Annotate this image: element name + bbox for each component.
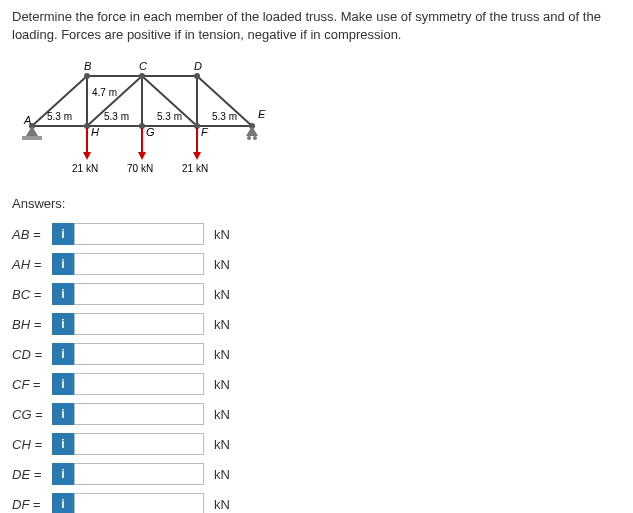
unit-label: kN [214,347,230,362]
force-input[interactable] [74,223,204,245]
unit-label: kN [214,437,230,452]
svg-text:5.3 m: 5.3 m [157,111,182,122]
svg-marker-25 [138,152,146,160]
answer-row: DF =ikN [12,493,621,513]
member-label: BC = [12,287,52,302]
svg-point-16 [194,73,200,79]
unit-label: kN [214,287,230,302]
info-icon[interactable]: i [52,223,74,245]
force-input[interactable] [74,463,204,485]
svg-rect-18 [22,136,42,140]
info-icon[interactable]: i [52,313,74,335]
svg-text:4.7 m: 4.7 m [92,87,117,98]
svg-marker-27 [193,152,201,160]
force-input[interactable] [74,253,204,275]
answer-row: CD =ikN [12,343,621,365]
info-icon[interactable]: i [52,343,74,365]
force-input[interactable] [74,433,204,455]
svg-text:5.3 m: 5.3 m [212,111,237,122]
info-icon[interactable]: i [52,493,74,513]
svg-text:C: C [139,60,147,72]
truss-diagram: A B C D E F G H 4.7 m 5.3 m 5.3 m 5.3 m … [12,56,621,176]
force-input[interactable] [74,313,204,335]
svg-point-14 [84,73,90,79]
svg-text:21 kN: 21 kN [182,163,208,174]
force-input[interactable] [74,373,204,395]
member-label: DE = [12,467,52,482]
svg-text:5.3 m: 5.3 m [104,111,129,122]
info-icon[interactable]: i [52,373,74,395]
svg-text:G: G [146,126,155,138]
answer-row: CH =ikN [12,433,621,455]
force-input[interactable] [74,283,204,305]
answer-row: AH =ikN [12,253,621,275]
svg-marker-23 [83,152,91,160]
svg-marker-17 [26,126,38,136]
svg-point-20 [247,136,251,140]
info-icon[interactable]: i [52,253,74,275]
svg-text:70 kN: 70 kN [127,163,153,174]
unit-label: kN [214,467,230,482]
member-label: AH = [12,257,52,272]
member-label: CH = [12,437,52,452]
unit-label: kN [214,377,230,392]
force-input[interactable] [74,403,204,425]
unit-label: kN [214,257,230,272]
answers-heading: Answers: [12,196,621,211]
question-text: Determine the force in each member of th… [12,8,621,44]
svg-text:A: A [23,114,31,126]
answer-row: BH =ikN [12,313,621,335]
svg-point-15 [139,73,145,79]
member-label: DF = [12,497,52,512]
member-label: CG = [12,407,52,422]
member-label: CD = [12,347,52,362]
answer-row: CG =ikN [12,403,621,425]
svg-text:21 kN: 21 kN [72,163,98,174]
svg-text:B: B [84,60,91,72]
member-label: CF = [12,377,52,392]
unit-label: kN [214,497,230,512]
unit-label: kN [214,227,230,242]
svg-text:E: E [258,108,266,120]
answer-row: CF =ikN [12,373,621,395]
info-icon[interactable]: i [52,463,74,485]
force-input[interactable] [74,343,204,365]
svg-point-21 [253,136,257,140]
info-icon[interactable]: i [52,283,74,305]
info-icon[interactable]: i [52,433,74,455]
answers-list: AB =ikNAH =ikNBC =ikNBH =ikNCD =ikNCF =i… [12,223,621,513]
info-icon[interactable]: i [52,403,74,425]
force-input[interactable] [74,493,204,513]
member-label: BH = [12,317,52,332]
svg-text:F: F [201,126,209,138]
answer-row: AB =ikN [12,223,621,245]
svg-text:5.3 m: 5.3 m [47,111,72,122]
unit-label: kN [214,317,230,332]
unit-label: kN [214,407,230,422]
svg-text:H: H [91,126,99,138]
answer-row: DE =ikN [12,463,621,485]
member-label: AB = [12,227,52,242]
svg-text:D: D [194,60,202,72]
answer-row: BC =ikN [12,283,621,305]
svg-marker-19 [246,126,258,136]
